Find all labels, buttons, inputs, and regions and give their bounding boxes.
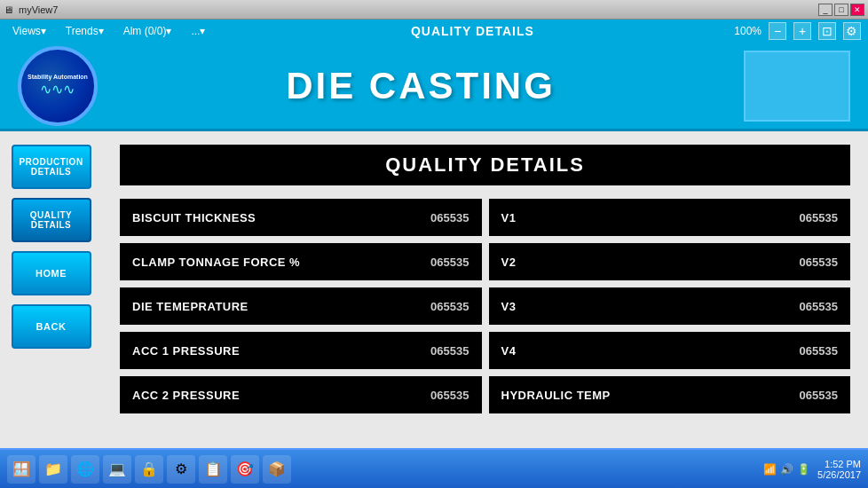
biscuit-thickness-value: 065535 [430,211,469,224]
acc1-pressure-value: 065535 [430,344,469,358]
menu-items: Views▾ Trends▾ Alm (0/0)▾ ...▾ [7,23,210,39]
v1-value: 065535 [800,211,838,224]
table-row: BISCUIT THICKNESS 065535 [120,199,482,236]
header-area: Stability Automation ∿∿∿ DIE CASTING [0,43,868,131]
settings-button[interactable]: ⚙ [843,22,861,40]
taskbar-clipboard-icon[interactable]: 📋 [199,455,227,484]
die-temperature-value: 065535 [430,300,469,313]
taskbar-right: 📶 🔊 🔋 1:52 PM 5/26/2017 [763,459,861,480]
menu-bar: Views▾ Trends▾ Alm (0/0)▾ ...▾ QUALITY D… [0,20,868,43]
v3-value: 065535 [800,300,838,313]
title-bar-controls: _ □ ✕ [818,4,864,16]
maximize-button[interactable]: □ [834,4,848,16]
taskbar-browser-icon[interactable]: 🌐 [71,455,99,484]
acc1-pressure-label: ACC 1 PRESSURE [132,344,240,358]
zoom-out-button[interactable]: − [769,22,786,40]
menu-trends[interactable]: Trends▾ [60,23,109,39]
section-title: QUALITY DETAILS [120,145,850,185]
window-title: myView7 [19,4,58,15]
zoom-in-button[interactable]: + [793,22,811,40]
acc2-pressure-label: ACC 2 PRESSURE [132,389,240,402]
table-row: HYDRAULIC TEMP 065535 [489,376,851,413]
taskbar-package-icon[interactable]: 📦 [263,455,291,484]
app-title: DIE CASTING [115,65,726,107]
v4-label: V4 [501,344,517,358]
taskbar-target-icon[interactable]: 🎯 [231,455,259,484]
tray-battery-icon: 🔋 [797,463,810,476]
main-content: PRODUCTION DETAILS QUALITY DETAILS HOME … [0,131,868,448]
tray-network-icon: 📶 [763,463,777,476]
sidebar-item-home[interactable]: HOME [12,251,91,295]
menu-more[interactable]: ...▾ [185,23,210,39]
sidebar-item-production-details[interactable]: PRODUCTION DETAILS [12,145,91,189]
table-row: DIE TEMEPRATURE 065535 [120,287,482,325]
biscuit-thickness-label: BISCUIT THICKNESS [132,211,256,224]
system-tray: 📶 🔊 🔋 [763,463,810,476]
v1-label: V1 [501,211,517,224]
fit-button[interactable]: ⊡ [818,22,836,40]
zoom-level: 100% [734,25,761,37]
taskbar-gear-icon[interactable]: ⚙ [167,455,195,484]
taskbar-folder-icon[interactable]: 📁 [39,455,67,484]
taskbar-computer-icon[interactable]: 💻 [103,455,131,484]
header-right-decoration [744,51,850,122]
content-area: QUALITY DETAILS BISCUIT THICKNESS 065535… [102,131,868,448]
hydraulic-temp-label: HYDRAULIC TEMP [501,389,611,402]
title-bar-left: 🖥 myView7 [4,4,58,15]
v4-value: 065535 [800,344,838,358]
start-button[interactable]: 🪟 [7,455,36,484]
taskbar-left: 🪟 📁 🌐 💻 🔒 ⚙ 📋 🎯 📦 [7,455,291,484]
acc2-pressure-value: 065535 [430,389,469,402]
menu-alarms[interactable]: Alm (0/0)▾ [118,23,178,39]
menu-bar-title: QUALITY DETAILS [411,24,534,38]
table-row: V4 065535 [489,332,851,369]
logo: Stability Automation ∿∿∿ [18,46,98,126]
v2-label: V2 [501,256,517,269]
table-row: CLAMP TONNAGE FORCE % 065535 [120,243,482,280]
sidebar-item-quality-details[interactable]: QUALITY DETAILS [12,198,91,242]
menu-bar-right: 100% − + ⊡ ⚙ [734,22,861,40]
table-row: ACC 1 PRESSURE 065535 [120,332,482,369]
clock-time: 1:52 PM [817,459,861,469]
logo-wave: ∿∿∿ [28,81,88,98]
minimize-button[interactable]: _ [818,4,832,16]
table-row: V3 065535 [489,287,851,325]
clock: 1:52 PM 5/26/2017 [817,459,861,480]
tray-volume-icon: 🔊 [780,463,793,476]
taskbar: 🪟 📁 🌐 💻 🔒 ⚙ 📋 🎯 📦 📶 🔊 🔋 1:52 PM 5/26/201… [0,448,868,488]
menu-views[interactable]: Views▾ [7,23,51,39]
close-button[interactable]: ✕ [850,4,864,16]
table-row: V2 065535 [489,243,851,280]
clamp-tonnage-label: CLAMP TONNAGE FORCE % [132,256,300,269]
die-temperature-label: DIE TEMEPRATURE [132,300,249,313]
sidebar-item-back[interactable]: BACK [12,304,91,349]
table-row: ACC 2 PRESSURE 065535 [120,376,482,413]
v2-value: 065535 [800,256,838,269]
clock-date: 5/26/2017 [817,469,861,480]
title-bar: 🖥 myView7 _ □ ✕ [0,0,868,20]
hydraulic-temp-value: 065535 [800,389,838,402]
sidebar: PRODUCTION DETAILS QUALITY DETAILS HOME … [0,131,102,448]
clamp-tonnage-value: 065535 [430,256,469,269]
v3-label: V3 [501,300,517,313]
taskbar-lock-icon[interactable]: 🔒 [135,455,163,484]
logo-text: Stability Automation [28,74,88,81]
app-icon: 🖥 [4,4,13,15]
data-grid: BISCUIT THICKNESS 065535 V1 065535 CLAMP… [120,199,850,413]
table-row: V1 065535 [489,199,851,236]
